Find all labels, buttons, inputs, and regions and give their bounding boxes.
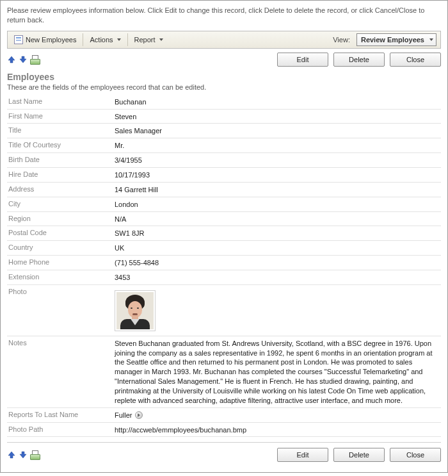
field-label-title: Title (7, 126, 115, 134)
field-label-home-phone: Home Phone (7, 258, 115, 266)
field-label-first-name: First Name (7, 111, 115, 120)
instructions-text: Please review employees information belo… (7, 6, 441, 26)
report-menu[interactable]: Report (132, 35, 166, 45)
field-value-last-name: Buchanan (115, 97, 441, 107)
chevron-down-icon (429, 38, 433, 41)
field-value-home-phone: (71) 555-4848 (115, 258, 441, 268)
field-value-birth-date: 3/4/1955 (115, 155, 441, 165)
chevron-down-icon (117, 38, 121, 41)
page-title: Employees (7, 72, 441, 82)
field-label-photo-path: Photo Path (7, 425, 115, 433)
employee-photo[interactable] (115, 290, 156, 331)
field-label-region: Region (7, 214, 115, 222)
view-caption: View: (333, 36, 350, 44)
edit-button[interactable]: Edit (277, 448, 328, 462)
close-button[interactable]: Close (390, 53, 441, 67)
field-label-birth-date: Birth Date (7, 155, 115, 163)
field-label-reports-to: Reports To Last Name (7, 410, 115, 418)
field-label-city: City (7, 199, 115, 208)
field-value-photo (115, 287, 441, 334)
actions-label: Actions (90, 36, 113, 44)
toolbar-separator (127, 33, 128, 46)
actions-menu[interactable]: Actions (87, 35, 123, 45)
toolbar-separator (83, 33, 83, 46)
field-value-photo-path: http://accweb/emmployees/buchanan.bmp (115, 425, 441, 435)
previous-record-icon[interactable] (7, 55, 16, 64)
field-value-title: Sales Manager (115, 126, 441, 136)
field-value-first-name: Steven (115, 111, 441, 122)
delete-button[interactable]: Delete (333, 53, 385, 67)
field-value-extension: 3453 (115, 272, 441, 283)
field-value-region: N/A (115, 214, 441, 224)
field-label-last-name: Last Name (7, 97, 115, 105)
print-icon[interactable] (30, 450, 40, 459)
new-employees-label: New Employees (26, 36, 76, 44)
avatar-icon (116, 292, 154, 329)
edit-button[interactable]: Edit (277, 53, 328, 67)
field-value-postal-code: SW1 8JR (115, 228, 441, 238)
next-record-icon[interactable] (19, 450, 28, 459)
field-value-title-of-courtesy: Mr. (115, 140, 441, 151)
field-value-notes: Steven Buchanan graduated from St. Andre… (115, 338, 441, 406)
field-label-title-of-courtesy: Title Of Courtesy (7, 140, 115, 149)
field-label-notes: Notes (7, 338, 115, 347)
reports-to-text: Fuller (115, 411, 132, 420)
print-icon[interactable] (30, 55, 40, 64)
delete-button[interactable]: Delete (333, 448, 385, 462)
report-label: Report (134, 36, 156, 44)
page-subtitle: These are the fields of the employees re… (7, 83, 441, 91)
field-label-photo: Photo (7, 287, 115, 295)
field-label-extension: Extension (7, 272, 115, 281)
document-icon (14, 35, 23, 44)
field-value-city: London (115, 199, 441, 209)
new-employees-button[interactable]: New Employees (12, 34, 79, 45)
field-label-hire-date: Hire Date (7, 170, 115, 178)
close-button[interactable]: Close (390, 448, 441, 462)
next-record-icon[interactable] (19, 55, 28, 64)
field-value-hire-date: 10/17/1993 (115, 170, 441, 180)
field-value-reports-to[interactable]: Fuller (115, 410, 441, 420)
field-label-country: Country (7, 243, 115, 251)
main-toolbar: New Employees Actions Report View: Revie… (7, 31, 441, 49)
field-value-country: UK (115, 243, 441, 253)
field-label-address: Address (7, 185, 115, 193)
view-selector-value: Review Employees (361, 36, 424, 44)
field-label-postal-code: Postal Code (7, 228, 115, 236)
arrow-right-circle-icon (135, 411, 143, 419)
field-value-address: 14 Garrett Hill (115, 185, 441, 195)
view-selector[interactable]: Review Employees (356, 33, 436, 46)
chevron-down-icon (159, 38, 163, 41)
previous-record-icon[interactable] (7, 450, 16, 459)
